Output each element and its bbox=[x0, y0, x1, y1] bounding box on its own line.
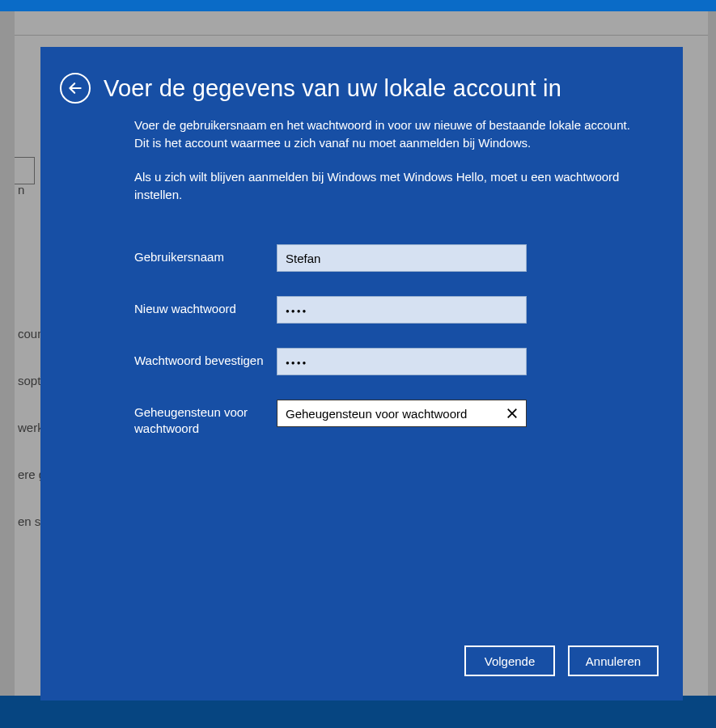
cancel-button[interactable]: Annuleren bbox=[568, 645, 659, 676]
arrow-left-icon bbox=[67, 80, 83, 96]
label-username: Gebruikersnaam bbox=[134, 244, 277, 265]
modal-footer: Volgende Annuleren bbox=[40, 645, 683, 700]
modal-header: Voer de gegevens van uw lokale account i… bbox=[40, 47, 683, 110]
back-button[interactable] bbox=[60, 73, 91, 104]
label-hint: Geheugensteun voor wachtwoord bbox=[134, 400, 277, 437]
label-newpassword: Nieuw wachtwoord bbox=[134, 296, 277, 317]
form-row-hint: Geheugensteun voor wachtwoord bbox=[134, 400, 634, 437]
username-input[interactable] bbox=[277, 244, 527, 272]
label-confirmpassword: Wachtwoord bevestigen bbox=[134, 348, 277, 369]
modal-desc-2: Als u zich wilt blijven aanmelden bij Wi… bbox=[134, 168, 634, 204]
next-button[interactable]: Volgende bbox=[464, 645, 555, 676]
clear-hint-button[interactable] bbox=[498, 400, 526, 426]
hint-input[interactable] bbox=[278, 400, 498, 426]
form-row-username: Gebruikersnaam bbox=[134, 244, 634, 272]
modal-description: Voer de gebruikersnaam en het wachtwoord… bbox=[40, 110, 683, 220]
form-area: Gebruikersnaam Nieuw wachtwoord ●●●● Wac… bbox=[40, 220, 683, 461]
newpassword-input[interactable]: ●●●● bbox=[277, 296, 527, 324]
modal-desc-1: Voer de gebruikersnaam en het wachtwoord… bbox=[134, 116, 634, 152]
form-row-newpassword: Nieuw wachtwoord ●●●● bbox=[134, 296, 634, 324]
local-account-modal: Voer de gegevens van uw lokale account i… bbox=[40, 47, 683, 700]
confirmpassword-input[interactable]: ●●●● bbox=[277, 348, 527, 375]
close-icon bbox=[506, 408, 518, 419]
hint-input-wrapper bbox=[277, 400, 527, 427]
modal-title: Voer de gegevens van uw lokale account i… bbox=[104, 75, 561, 102]
form-row-confirmpassword: Wachtwoord bevestigen ●●●● bbox=[134, 348, 634, 375]
background-titlebar bbox=[0, 0, 716, 11]
